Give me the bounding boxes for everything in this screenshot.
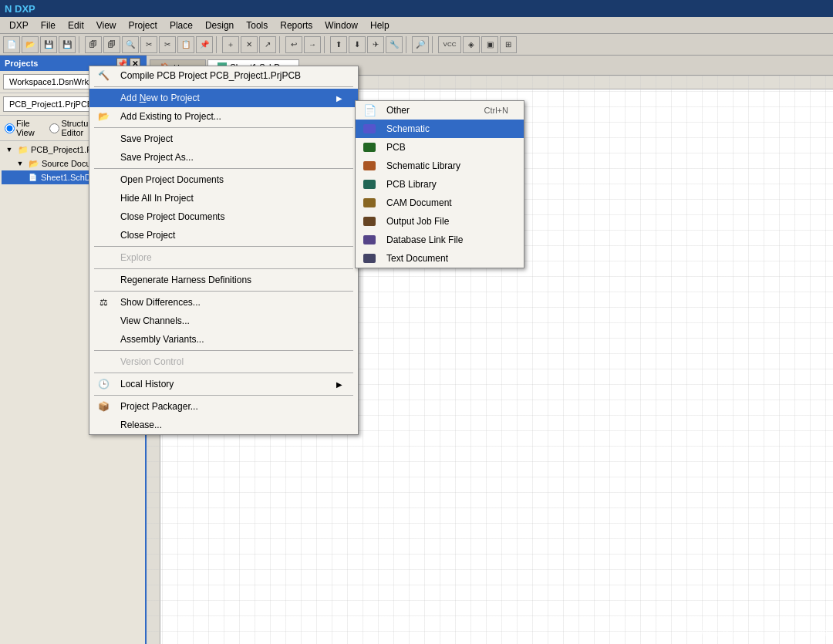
sub-pcb[interactable]: PCB <box>356 138 524 157</box>
tb-btn-2[interactable]: 🗐 <box>103 36 120 53</box>
ctx-save-project-as-label: Save Project As... <box>120 152 194 163</box>
ctx-packager-label: Project Packager... <box>120 401 198 412</box>
tb-vcc[interactable]: VCC <box>438 36 461 53</box>
tb-zoom[interactable]: 🔎 <box>412 36 429 53</box>
tb-btn-1[interactable]: 🗐 <box>85 36 102 53</box>
menu-view[interactable]: View <box>90 19 123 32</box>
ctx-explore-label: Explore <box>120 252 152 263</box>
tb-extra2[interactable]: ▣ <box>481 36 498 53</box>
ctx-version-control: Version Control <box>89 352 358 371</box>
menu-file[interactable]: File <box>35 19 62 32</box>
sub-outjob[interactable]: Output Job File <box>356 212 524 231</box>
ctx-close-docs-label: Close Project Documents <box>120 211 224 222</box>
tb-b2[interactable]: ⬇ <box>349 36 366 53</box>
ctx-local-history[interactable]: 🕒 Local History ▶ <box>89 375 358 393</box>
tb-saveall[interactable]: 💾 <box>59 36 76 53</box>
sub-outjob-label: Output Job File <box>386 216 449 227</box>
ctx-close-project[interactable]: Close Project <box>89 226 358 244</box>
ctx-hide-all[interactable]: Hide All In Project <box>89 189 358 207</box>
sub-pcblib[interactable]: PCB Library <box>356 175 524 194</box>
ctx-sep-7 <box>94 350 353 351</box>
ctx-close-docs[interactable]: Close Project Documents <box>89 207 358 226</box>
ctx-save-project[interactable]: Save Project <box>89 130 358 148</box>
sub-pcblib-label: PCB Library <box>386 179 437 190</box>
menu-window[interactable]: Window <box>319 19 364 32</box>
tb-sep-2 <box>216 36 219 53</box>
tb-cross[interactable]: ✕ <box>241 36 258 53</box>
ctx-add-existing-label: Add Existing to Project... <box>120 111 221 122</box>
sub-schlib[interactable]: Schematic Library <box>356 157 524 175</box>
menu-place[interactable]: Place <box>164 19 199 32</box>
tb-diag[interactable]: ↗ <box>259 36 276 53</box>
tb-sep-5 <box>406 36 409 53</box>
schematic-icon <box>362 121 377 137</box>
source-folder-icon: 📂 <box>29 159 39 169</box>
tb-plus[interactable]: ＋ <box>222 36 239 53</box>
ctx-view-channels[interactable]: View Channels... <box>89 312 358 330</box>
sub-cam[interactable]: CAM Document <box>356 194 524 212</box>
ctx-add-new-label: Add New to Project <box>120 93 200 103</box>
ctx-regenerate[interactable]: Regenerate Harness Definitions <box>89 271 358 289</box>
tb-b1[interactable]: ⬆ <box>330 36 347 53</box>
toolbar: 📄 📂 💾 💾 🗐 🗐 🔍 ✂ ✂ 📋 📌 ＋ ✕ ↗ ↩ → ⬆ ⬇ ✈ 🔧 … <box>0 34 833 56</box>
sub-other[interactable]: 📄 Other Ctrl+N <box>356 101 524 120</box>
app-logo: N DXP <box>5 3 35 15</box>
ctx-regenerate-label: Regenerate Harness Definitions <box>120 275 251 285</box>
tb-b4[interactable]: 🔧 <box>386 36 403 53</box>
tb-b3[interactable]: ✈ <box>367 36 384 53</box>
ctx-save-project-label: Save Project <box>120 133 173 144</box>
ctx-open-docs[interactable]: Open Project Documents <box>89 170 358 189</box>
menu-dxp[interactable]: DXP <box>3 19 35 32</box>
ctx-sep-5 <box>94 268 353 269</box>
tb-copy[interactable]: 📋 <box>177 36 194 53</box>
sub-schematic[interactable]: Schematic <box>356 120 524 138</box>
ctx-save-project-as[interactable]: Save Project As... <box>89 148 358 167</box>
ctx-add-new[interactable]: Add New to Project ▶ <box>89 89 358 107</box>
dblink-icon <box>362 232 377 248</box>
ctx-release-label: Release... <box>120 420 162 430</box>
tb-sep-4 <box>324 36 327 53</box>
sub-cam-label: CAM Document <box>386 197 452 208</box>
tb-open[interactable]: 📂 <box>22 36 39 53</box>
ctx-packager[interactable]: 📦 Project Packager... <box>89 397 358 416</box>
sub-dblink[interactable]: Database Link File <box>356 231 524 249</box>
tb-new[interactable]: 📄 <box>3 36 20 53</box>
tb-paste[interactable]: 📌 <box>196 36 213 53</box>
show-diff-icon: ⚖ <box>96 295 111 310</box>
menu-bar[interactable]: DXP File Edit View Project Place Design … <box>0 17 833 34</box>
ctx-assembly-label: Assembly Variants... <box>120 334 204 345</box>
ctx-sep-3 <box>94 168 353 169</box>
tb-save[interactable]: 💾 <box>40 36 57 53</box>
ctx-sep-2 <box>94 127 353 128</box>
ctx-release[interactable]: Release... <box>89 416 358 434</box>
fileview-radio[interactable]: File View <box>5 119 43 137</box>
history-icon: 🕒 <box>96 376 111 392</box>
ctx-sep-9 <box>94 395 353 396</box>
menu-tools[interactable]: Tools <box>240 19 274 32</box>
menu-edit[interactable]: Edit <box>62 19 90 32</box>
menu-design[interactable]: Design <box>199 19 240 32</box>
context-menu-submenu: 📄 Other Ctrl+N Schematic PCB Schematic L… <box>355 100 524 268</box>
tb-cut[interactable]: ✂ <box>159 36 176 53</box>
menu-reports[interactable]: Reports <box>274 19 319 32</box>
outjob-icon <box>362 214 377 229</box>
ctx-compile[interactable]: 🔨 Compile PCB Project PCB_Project1.PrjPC… <box>89 66 358 85</box>
project-folder-icon: ▼ <box>3 143 15 156</box>
ctx-add-existing[interactable]: 📂 Add Existing to Project... <box>89 107 358 126</box>
pcb-icon <box>362 140 377 155</box>
tb-btn-3[interactable]: 🔍 <box>122 36 139 53</box>
sub-text[interactable]: Text Document <box>356 249 524 268</box>
tb-extra3[interactable]: ⊞ <box>500 36 517 53</box>
tb-undo[interactable]: ↩ <box>285 36 302 53</box>
ctx-show-diff[interactable]: ⚖ Show Differences... <box>89 293 358 312</box>
packager-icon: 📦 <box>96 399 111 414</box>
cam-icon <box>362 195 377 211</box>
tb-btn-4[interactable]: ✂ <box>140 36 157 53</box>
other-shortcut: Ctrl+N <box>484 106 508 115</box>
compile-icon: 🔨 <box>96 68 111 83</box>
menu-project[interactable]: Project <box>123 19 164 32</box>
tb-arrow[interactable]: → <box>304 36 321 53</box>
ctx-assembly[interactable]: Assembly Variants... <box>89 330 358 349</box>
menu-help[interactable]: Help <box>364 19 396 32</box>
tb-extra1[interactable]: ◈ <box>463 36 480 53</box>
